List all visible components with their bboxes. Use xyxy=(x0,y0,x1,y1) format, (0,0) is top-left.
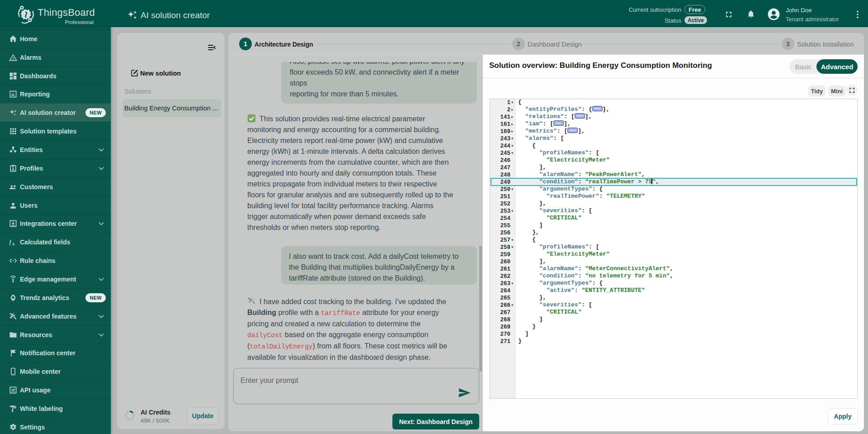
svg-text:x: x xyxy=(12,242,15,246)
svg-text:f: f xyxy=(9,239,12,245)
